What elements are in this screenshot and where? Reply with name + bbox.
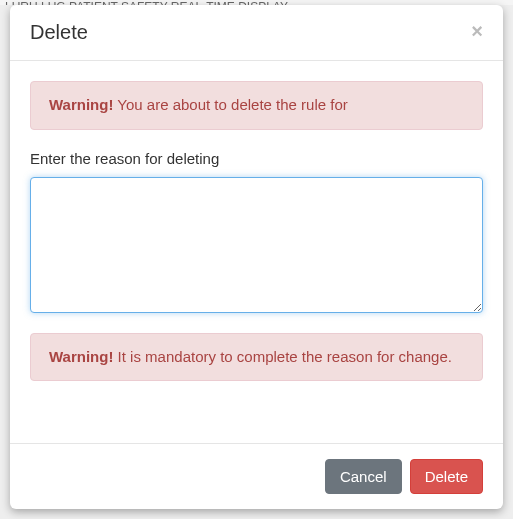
modal-footer: Cancel Delete	[10, 443, 503, 509]
cancel-button[interactable]: Cancel	[325, 459, 402, 494]
modal-header: Delete ×	[10, 5, 503, 61]
delete-modal: Delete × Warning! You are about to delet…	[10, 5, 503, 509]
modal-title: Delete	[30, 21, 88, 44]
warning-text: It is mandatory to complete the reason f…	[113, 348, 452, 365]
modal-body: Warning! You are about to delete the rul…	[10, 61, 503, 443]
reason-textarea[interactable]	[30, 177, 483, 313]
warning-label: Warning!	[49, 96, 113, 113]
delete-button[interactable]: Delete	[410, 459, 483, 494]
reason-label: Enter the reason for deleting	[30, 150, 483, 167]
warning-label: Warning!	[49, 348, 113, 365]
close-icon[interactable]: ×	[471, 21, 483, 41]
warning-alert-delete: Warning! You are about to delete the rul…	[30, 81, 483, 130]
warning-alert-mandatory: Warning! It is mandatory to complete the…	[30, 333, 483, 382]
warning-text: You are about to delete the rule for	[113, 96, 347, 113]
